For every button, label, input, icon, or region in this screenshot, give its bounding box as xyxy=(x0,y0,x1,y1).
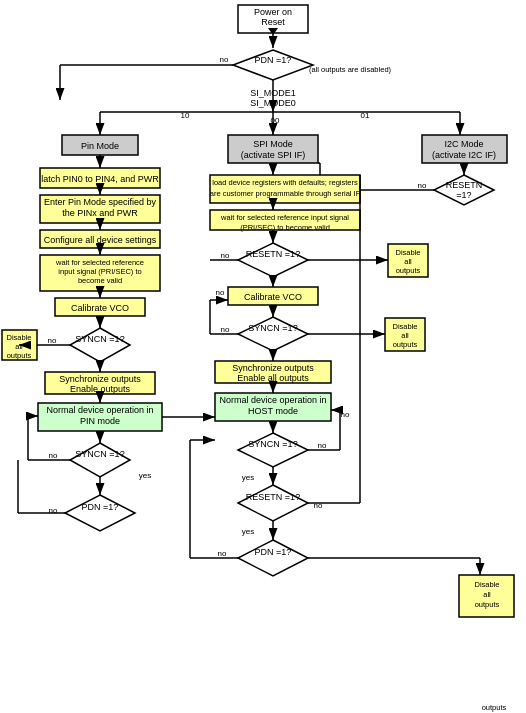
pdn-no-label: no xyxy=(220,55,229,64)
disable-all-left1-label1: Disable xyxy=(6,333,31,342)
syncn-left2-yes-label: yes xyxy=(139,471,151,480)
enter-pin-label1: Enter Pin Mode specified by xyxy=(44,197,157,207)
disable-bottom-label2: all xyxy=(483,590,491,599)
sync-left-label2: Enable outputs xyxy=(70,384,131,394)
pdn1-right-diamond xyxy=(238,540,308,576)
spi-mode-label2: (activate SPI IF) xyxy=(241,150,306,160)
simode-00-label: 00 xyxy=(271,116,280,125)
calib-right-no-label: no xyxy=(216,288,225,297)
disable-bottom-label3: outputs xyxy=(475,600,500,609)
resetn-right-no-label: no xyxy=(418,181,427,190)
load-regs-label1: load device registers with defaults; reg… xyxy=(212,178,358,187)
syncn-left2-no-label: no xyxy=(49,451,58,460)
pdn1-left-diamond xyxy=(65,495,135,531)
resetn1-right-label: RESETN xyxy=(446,180,483,190)
wait-left-label3: become valid xyxy=(78,276,122,285)
resetn-bottom-yes-label: yes xyxy=(242,527,254,536)
syncn-right2-yes-label: yes xyxy=(242,473,254,482)
syncn-left-no-label1: no xyxy=(48,336,57,345)
i2c-mode-label1: I2C Mode xyxy=(444,139,483,149)
disable-all-left1-label3: outputs xyxy=(7,351,32,360)
normal-host-label1: Normal device operation in xyxy=(219,395,326,405)
disable-right-label1: Disable xyxy=(392,322,417,331)
normal-pin-label1: Normal device operation in xyxy=(46,405,153,415)
wait-right-label1: wait for selected reference input signal xyxy=(220,213,349,222)
i2c-mode-label2: (activate I2C IF) xyxy=(432,150,496,160)
calibrate-vco-right-label: Calibrate VCO xyxy=(244,292,302,302)
wait-left-label2: input signal (PRI/SEC) to xyxy=(58,267,141,276)
disable-all-left1-label2: all xyxy=(15,342,23,351)
flowchart-svg: Power on Reset PDN =1? no (all outputs a… xyxy=(0,0,526,713)
latch-pin-label: latch PIN0 to PIN4, and PWR xyxy=(41,174,159,184)
disable-mid-label3: outputs xyxy=(396,266,421,275)
syncn1-left2-label: SYNCN =1? xyxy=(75,449,124,459)
disable-mid-label1: Disable xyxy=(395,248,420,257)
disable-right-label3: outputs xyxy=(393,340,418,349)
pdn1-left-label: PDN =1? xyxy=(82,502,119,512)
syncn-right2-no-label: no xyxy=(318,441,327,450)
resetn1-bottom-diamond xyxy=(238,485,308,521)
resetn1-right-label2: =1? xyxy=(456,190,471,200)
resetn1-mid-label: RESETN =1? xyxy=(246,249,300,259)
normal-host-label2: HOST mode xyxy=(248,406,298,416)
wait-left-label1: wait for selected reference xyxy=(55,258,144,267)
disable-right-label2: all xyxy=(401,331,409,340)
power-on-reset-label: Power on xyxy=(254,7,292,17)
sync-right-label2: Enable all outputs xyxy=(237,373,309,383)
sync-left-label1: Synchronize outputs xyxy=(59,374,141,384)
sync-right-label1: Synchronize outputs xyxy=(232,363,314,373)
pdn1-label: PDN =1? xyxy=(255,55,292,65)
configure-label: Configure all device settings xyxy=(44,235,157,245)
syncn1-right-label: SYNCN =1? xyxy=(248,323,297,333)
wait-right-label2: (PRI/SEC) to become valid xyxy=(240,223,330,232)
power-on-reset-label2: Reset xyxy=(261,17,285,27)
syncn1-left-label: SYNCN =1? xyxy=(75,334,124,344)
outputs-label: outputs xyxy=(482,703,507,712)
disable-mid-label2: all xyxy=(404,257,412,266)
host-no-label: no xyxy=(341,410,350,419)
pdn1-right-label: PDN =1? xyxy=(255,547,292,557)
syncn1-right2-label: SYNCN =1? xyxy=(248,439,297,449)
disable-bottom-label1: Disable xyxy=(474,580,499,589)
pin-mode-label: Pin Mode xyxy=(81,141,119,151)
pdn-right-no-label: no xyxy=(218,549,227,558)
resetn-mid-no-label: no xyxy=(221,251,230,260)
all-outputs-disabled-label: (all outputs are disabled) xyxy=(309,65,392,74)
load-regs-label2: are customer programmable through serial… xyxy=(210,189,361,198)
syncn-right-no-label1: no xyxy=(221,325,230,334)
calibrate-vco-left-label: Calibrate VCO xyxy=(71,303,129,313)
resetn1-bottom-label: RESETN =1? xyxy=(246,492,300,502)
normal-pin-label2: PIN mode xyxy=(80,416,120,426)
spi-mode-label1: SPI Mode xyxy=(253,139,293,149)
enter-pin-label2: the PINx and PWR xyxy=(62,208,138,218)
